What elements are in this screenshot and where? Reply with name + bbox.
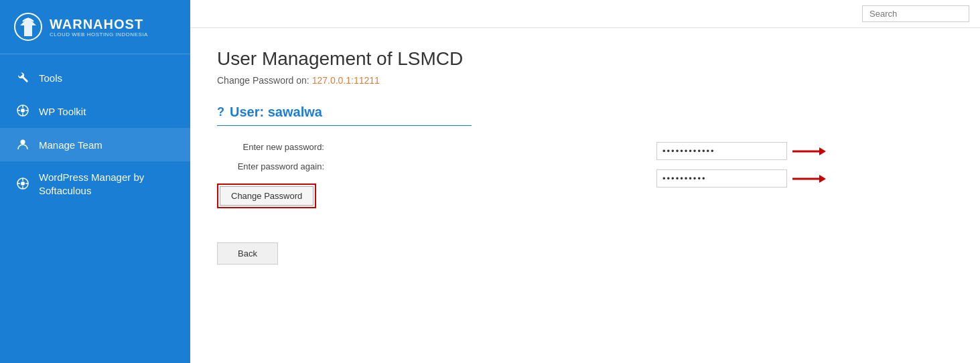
- brand-name: WARNAHOST: [50, 17, 148, 31]
- svg-point-9: [21, 182, 25, 186]
- question-mark-icon: ?: [217, 105, 224, 119]
- change-password-row: Change Password: [217, 184, 953, 208]
- back-button-area: Back: [217, 242, 953, 265]
- sidebar-nav: Tools WP Toolkit: [0, 54, 190, 213]
- wp-toolkit-label: WP Toolkit: [39, 106, 86, 117]
- svg-point-7: [21, 140, 25, 145]
- change-password-button[interactable]: Change Password: [220, 186, 313, 206]
- svg-marker-15: [819, 147, 826, 155]
- confirm-password-label: Enter password again:: [217, 161, 324, 171]
- tools-label: Tools: [39, 72, 62, 84]
- sidebar-item-wordpress-manager[interactable]: WordPress Manager by Softaculous: [0, 161, 190, 206]
- form-container: Enter new password: Enter password again…: [217, 142, 953, 222]
- sidebar: WARNAHOST CLOUD WEB HOSTING INDONESIA To…: [0, 0, 190, 363]
- back-button[interactable]: Back: [217, 242, 278, 265]
- subtitle-link: 127.0.0.1:11211: [312, 75, 380, 86]
- new-password-input-row: [656, 142, 826, 160]
- confirm-password-row: Enter password again:: [217, 161, 953, 171]
- confirm-password-arrow-icon: [792, 171, 826, 186]
- user-section-header: ? User: sawalwa: [217, 104, 472, 126]
- new-password-row: Enter new password:: [217, 142, 953, 152]
- top-bar: [190, 0, 980, 28]
- subtitle-prefix: Change Password on:: [217, 75, 312, 86]
- confirm-password-input-row: [656, 169, 826, 188]
- new-password-label: Enter new password:: [217, 142, 324, 152]
- confirm-password-input[interactable]: [656, 169, 787, 188]
- sidebar-item-tools[interactable]: Tools: [0, 61, 190, 94]
- sidebar-item-manage-team[interactable]: Manage Team: [0, 128, 190, 161]
- content-area: User Management of LSMCD Change Password…: [190, 28, 980, 363]
- svg-point-2: [21, 108, 25, 113]
- svg-marker-17: [819, 175, 826, 183]
- logo-area: WARNAHOST CLOUD WEB HOSTING INDONESIA: [0, 0, 190, 54]
- logo-text: WARNAHOST CLOUD WEB HOSTING INDONESIA: [50, 17, 148, 38]
- sidebar-item-wp-toolkit[interactable]: WP Toolkit: [0, 94, 190, 128]
- main-content: User Management of LSMCD Change Password…: [190, 0, 980, 363]
- brand-sub: CLOUD WEB HOSTING INDONESIA: [50, 31, 148, 38]
- logo-icon: [13, 12, 43, 42]
- form-fields-left: Enter new password: Enter password again…: [217, 142, 953, 208]
- subtitle: Change Password on: 127.0.0.1:11211: [217, 75, 953, 86]
- wordpress-icon: [16, 104, 31, 119]
- change-password-btn-wrapper: Change Password: [217, 184, 316, 208]
- wordpress-icon2: [16, 177, 31, 192]
- user-title: User: sawalwa: [230, 104, 322, 120]
- new-password-arrow-icon: [792, 144, 826, 159]
- right-password-fields: [656, 142, 826, 188]
- wrench-icon: [16, 70, 31, 85]
- search-input[interactable]: [862, 5, 969, 22]
- page-title: User Management of LSMCD: [217, 48, 953, 70]
- new-password-input[interactable]: [656, 142, 787, 160]
- wordpress-manager-label: WordPress Manager by Softaculous: [39, 171, 174, 197]
- manage-team-label: Manage Team: [39, 139, 102, 151]
- team-icon: [16, 137, 31, 152]
